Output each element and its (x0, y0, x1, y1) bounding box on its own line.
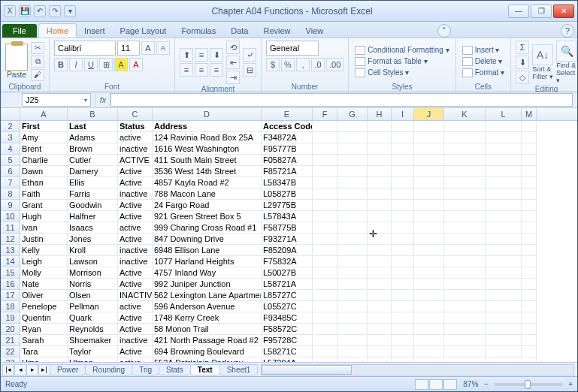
cell[interactable] (337, 346, 368, 357)
cell[interactable] (522, 143, 537, 155)
cell[interactable] (444, 245, 486, 256)
cell[interactable]: L58721A (262, 279, 313, 290)
cell[interactable] (337, 324, 368, 335)
cell[interactable] (313, 290, 337, 301)
cell[interactable] (486, 357, 522, 362)
cell[interactable] (392, 132, 414, 143)
cell[interactable]: L58347B (262, 177, 313, 188)
row-header[interactable]: 2 (1, 121, 20, 132)
format-painter-icon[interactable]: 🖌 (31, 69, 44, 81)
increase-decimal-icon[interactable]: .0 (311, 58, 325, 71)
zoom-slider-handle[interactable] (525, 380, 531, 389)
cell[interactable] (414, 279, 444, 290)
increase-indent-icon[interactable]: ⇥ (226, 71, 240, 84)
cell[interactable] (522, 312, 537, 324)
cell[interactable] (522, 155, 537, 166)
column-header-A[interactable]: A (20, 108, 68, 120)
row-header[interactable]: 5 (1, 155, 20, 166)
cell[interactable]: 1748 Kerry Creek (153, 312, 262, 324)
cell[interactable] (313, 357, 337, 362)
cell[interactable] (414, 301, 444, 312)
row-header[interactable]: 13 (1, 245, 20, 256)
cell[interactable]: inactive (118, 143, 153, 155)
format-cells-button[interactable]: Format ▾ (461, 68, 506, 78)
cell[interactable]: Oliver (20, 290, 68, 301)
cell[interactable] (444, 290, 486, 301)
find-select-label[interactable]: Find & Select ▾ (556, 62, 577, 84)
cell[interactable]: 124 Ravinia Road Box 25A (153, 132, 262, 143)
cell[interactable] (392, 357, 414, 362)
cell[interactable] (313, 301, 337, 312)
cell[interactable] (522, 188, 537, 200)
cell[interactable]: Leigh (20, 256, 68, 267)
cell[interactable] (444, 256, 486, 267)
cell[interactable]: Grant (20, 200, 68, 211)
align-top-icon[interactable]: ⬆ (180, 48, 193, 62)
cell[interactable] (486, 166, 522, 177)
cell[interactable]: Amy (20, 132, 68, 143)
cell[interactable]: Active (118, 346, 153, 357)
cell[interactable] (414, 121, 444, 132)
border-icon[interactable]: ⊞ (99, 58, 113, 71)
undo-icon[interactable]: ↶ (34, 5, 46, 17)
cell[interactable]: 999 Charing Cross Road #1 (153, 222, 262, 234)
cell[interactable] (414, 132, 444, 143)
cell[interactable] (368, 279, 392, 290)
cell[interactable] (313, 267, 337, 279)
fx-icon[interactable]: fx (95, 93, 110, 107)
grow-font-icon[interactable]: A (141, 41, 155, 55)
cell[interactable]: Kroll (68, 245, 118, 256)
font-name-input[interactable] (54, 41, 116, 56)
file-tab[interactable]: File (2, 24, 37, 38)
merge-center-button[interactable]: ⊟ (243, 63, 256, 77)
paste-icon[interactable] (5, 44, 28, 71)
cell[interactable]: Hugh (20, 211, 68, 222)
cell[interactable]: ACTIVE (118, 155, 153, 166)
cell[interactable] (444, 177, 486, 188)
cell[interactable]: Norris (68, 279, 118, 290)
tab-insert[interactable]: Insert (77, 24, 113, 38)
cell[interactable] (444, 324, 486, 335)
copy-icon[interactable]: ⧉ (31, 56, 44, 68)
cell[interactable] (313, 155, 337, 166)
cell[interactable]: Active (118, 279, 153, 290)
cell[interactable]: Brent (20, 143, 68, 155)
cell[interactable] (414, 256, 444, 267)
cell[interactable] (337, 301, 368, 312)
cell[interactable] (337, 357, 368, 362)
cell[interactable]: Uma (20, 357, 68, 362)
cell[interactable]: 58 Monon Trail (153, 324, 262, 335)
cell[interactable]: active (118, 222, 153, 234)
cell[interactable] (522, 335, 537, 346)
cell[interactable] (444, 222, 486, 234)
cell[interactable] (392, 256, 414, 267)
cell[interactable] (368, 211, 392, 222)
cell[interactable] (486, 200, 522, 211)
cell[interactable] (444, 211, 486, 222)
cell[interactable] (486, 155, 522, 166)
cell[interactable] (486, 132, 522, 143)
cell[interactable]: Active (118, 177, 153, 188)
cell[interactable]: Brown (68, 143, 118, 155)
cell[interactable] (522, 279, 537, 290)
cell[interactable]: Last (68, 121, 118, 132)
page-break-view-icon[interactable] (443, 379, 457, 390)
decrease-decimal-icon[interactable]: .00 (326, 58, 343, 71)
column-header-J[interactable]: J (414, 108, 444, 120)
conditional-formatting-button[interactable]: Conditional Formatting ▾ (353, 45, 450, 56)
cell[interactable] (313, 143, 337, 155)
cell[interactable]: Active (118, 166, 153, 177)
cell[interactable] (444, 312, 486, 324)
sheet-tab-power[interactable]: Power (50, 364, 86, 375)
cell[interactable]: Ulman (68, 357, 118, 362)
column-header-G[interactable]: G (337, 108, 368, 120)
cell[interactable] (313, 166, 337, 177)
cell[interactable]: Ellis (68, 177, 118, 188)
cell[interactable]: Morrison (68, 267, 118, 279)
cell[interactable]: L57294A (262, 357, 313, 362)
cell[interactable] (522, 211, 537, 222)
cell[interactable] (444, 121, 486, 132)
cell[interactable] (368, 234, 392, 245)
column-header-M[interactable]: M (522, 108, 537, 120)
sheet-nav-first-icon[interactable]: |◂ (2, 364, 14, 375)
